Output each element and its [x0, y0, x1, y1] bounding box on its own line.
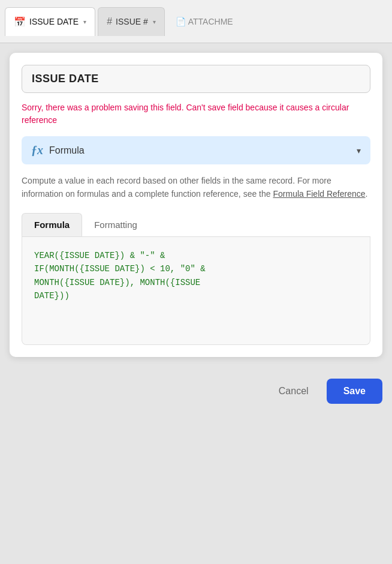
tab-attachment-partial[interactable]: 📄 ATTACHME	[167, 7, 242, 36]
tab-issue-num-label: ISSUE #	[116, 17, 148, 26]
field-name-input[interactable]	[22, 65, 370, 93]
cancel-button[interactable]: Cancel	[269, 380, 318, 403]
hash-icon: #	[107, 16, 112, 27]
formula-selector-label: Formula	[49, 145, 85, 156]
formula-code-editor[interactable]: YEAR({ISSUE DATE}) & "-" & IF(MONTH({ISS…	[22, 237, 370, 345]
formula-type-selector[interactable]: ƒx Formula ▾	[22, 136, 370, 164]
error-message: Sorry, there was a problem saving this f…	[22, 101, 370, 127]
tab-formatting[interactable]: Formatting	[82, 213, 149, 236]
tab-issue-num[interactable]: # ISSUE # ▾	[98, 7, 165, 36]
tab-issue-date-label: ISSUE DATE	[29, 17, 79, 26]
tab-issue-date-chevron: ▾	[83, 19, 86, 25]
tab-attachment-label: ATTACHME	[188, 17, 233, 26]
tab-issue-num-chevron: ▾	[153, 19, 156, 25]
tab-bar: 📅 ISSUE DATE ▾ # ISSUE # ▾ 📄 ATTACHME	[0, 0, 392, 43]
field-settings-panel: Sorry, there was a problem saving this f…	[10, 53, 382, 357]
formula-reference-link[interactable]: Formula Field Reference	[273, 189, 365, 199]
fx-icon: ƒx	[31, 143, 43, 157]
calendar-icon: 📅	[14, 16, 26, 28]
tab-issue-date[interactable]: 📅 ISSUE DATE ▾	[5, 7, 95, 36]
formula-description: Compute a value in each record based on …	[22, 174, 370, 201]
save-button[interactable]: Save	[327, 379, 382, 404]
sub-tabs: Formula Formatting	[22, 213, 370, 237]
attachment-icon: 📄	[176, 17, 186, 26]
footer: Cancel Save	[0, 367, 392, 410]
tab-formula[interactable]: Formula	[22, 213, 82, 236]
selector-chevron-icon: ▾	[357, 146, 361, 155]
formula-selector-left: ƒx Formula	[31, 143, 85, 157]
